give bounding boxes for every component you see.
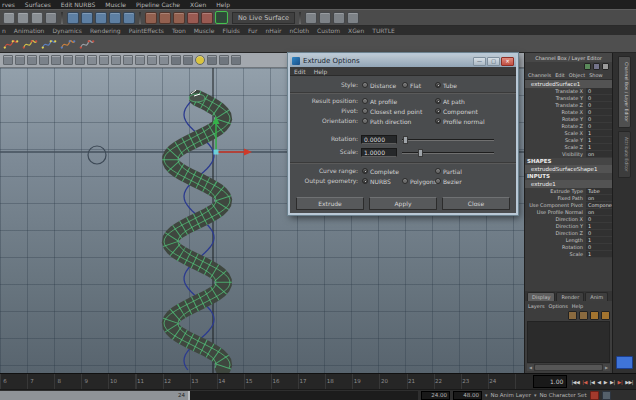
menu-pipeline-cache[interactable]: Pipeline Cache <box>136 1 180 8</box>
frame-23[interactable]: 23 <box>462 378 469 384</box>
time-slider-ticks[interactable]: 6789101112131415161718192021222324 <box>0 374 530 389</box>
frame-19[interactable]: 19 <box>354 378 361 384</box>
channel-value[interactable]: 0 <box>586 95 612 102</box>
frame-17[interactable]: 17 <box>300 378 307 384</box>
step-back-frame-button[interactable]: |◀ <box>589 377 596 387</box>
radio-button[interactable] <box>402 178 408 184</box>
highlighted-panel-button[interactable] <box>616 356 633 369</box>
slider-thumb[interactable] <box>403 136 408 144</box>
radio-complete[interactable]: Complete <box>362 166 399 176</box>
radio-button[interactable] <box>362 82 368 88</box>
construction-history-icon[interactable] <box>173 12 185 24</box>
radio-path-direction[interactable]: Path direction <box>362 116 411 126</box>
lock-camera-icon[interactable] <box>15 55 25 65</box>
play-forwards-button[interactable]: ▶ <box>603 377 608 387</box>
shelf-tab-dynamics[interactable]: Dynamics <box>52 27 82 34</box>
channel-value[interactable]: on <box>586 195 612 202</box>
radio-polygons[interactable]: Polygons <box>402 176 437 186</box>
channel-value[interactable]: 1 <box>586 251 612 258</box>
rotation-slider[interactable] <box>402 139 494 141</box>
slider-thumb[interactable] <box>418 149 423 157</box>
selected-object-name[interactable]: extrudedSurface1 <box>525 80 612 88</box>
shelf-tab-xgen[interactable]: XGen <box>348 27 364 34</box>
shelf-tab-fluids[interactable]: Fluids <box>222 27 240 34</box>
shelf-tab-turtle[interactable]: TURTLE <box>372 27 395 34</box>
play-backwards-button[interactable]: ◀ <box>596 377 601 387</box>
resolution-gate-icon[interactable] <box>111 55 121 65</box>
new-layer-from-selected-icon[interactable] <box>601 311 610 320</box>
channel-box-toggle-icon[interactable] <box>347 12 359 24</box>
close-dialog-button[interactable]: Close <box>442 197 510 210</box>
2d-pan-zoom-icon[interactable] <box>63 55 73 65</box>
radio-flat[interactable]: Flat <box>402 80 421 90</box>
ep-curve-tool-icon[interactable] <box>22 36 38 52</box>
radio-tube[interactable]: Tube <box>435 80 457 90</box>
channel-value[interactable]: 1 <box>586 144 612 151</box>
animation-preferences-icon[interactable] <box>602 391 611 400</box>
radio-nurbs[interactable]: NURBS <box>362 176 391 186</box>
snap-to-view-planes-icon[interactable] <box>123 12 135 24</box>
layer-visibility-icon[interactable] <box>579 311 588 320</box>
safe-action-icon[interactable] <box>147 55 157 65</box>
gate-mask-icon[interactable] <box>123 55 133 65</box>
go-to-end-button[interactable]: ▶▶| <box>624 377 634 387</box>
shelf-tab-animation[interactable]: Animation <box>14 27 45 34</box>
radio-bezier[interactable]: Bezier <box>435 176 462 186</box>
minimize-button[interactable]: — <box>473 57 486 66</box>
shelf-tab-muscle[interactable]: Muscle <box>194 27 215 34</box>
frame-15[interactable]: 15 <box>245 378 252 384</box>
tab-channel-box[interactable]: Channel Box / Layer Editor <box>618 56 631 128</box>
maximize-button[interactable]: □ <box>487 57 500 66</box>
radio-button[interactable] <box>402 82 408 88</box>
frame-12[interactable]: 12 <box>164 378 171 384</box>
frame-18[interactable]: 18 <box>327 378 334 384</box>
layer-tab-anim[interactable]: Anim <box>585 292 608 301</box>
menu-xgen[interactable]: XGen <box>190 1 206 8</box>
scroll-right-icon[interactable]: ▶ <box>603 364 610 371</box>
channel-value[interactable]: 0 <box>586 123 612 130</box>
menu-rves[interactable]: rves <box>2 1 15 8</box>
channel-value[interactable]: 0 <box>586 116 612 123</box>
shape-node-name[interactable]: extrudedSurfaceShape1 <box>525 165 612 173</box>
channel-value[interactable]: Tube <box>586 188 612 195</box>
profile-circle-curve[interactable] <box>88 146 106 164</box>
frame-11[interactable]: 11 <box>137 378 144 384</box>
channel-value[interactable]: on <box>586 151 612 158</box>
file-new-icon[interactable] <box>3 12 15 24</box>
new-empty-layer-icon[interactable] <box>590 311 599 320</box>
layer-tab-render[interactable]: Render <box>556 292 584 301</box>
frame-16[interactable]: 16 <box>273 378 280 384</box>
scroll-left-icon[interactable]: ◀ <box>527 364 534 371</box>
layer-menu-help[interactable]: Help <box>572 303 583 309</box>
radio-at-path[interactable]: At path <box>435 96 465 106</box>
radio-profile-normal[interactable]: Profile normal <box>435 116 485 126</box>
frame-7[interactable]: 7 <box>30 378 34 384</box>
snap-to-grids-icon[interactable] <box>67 12 79 24</box>
range-slider-handle[interactable]: 24 <box>0 391 190 400</box>
smooth-shade-icon[interactable] <box>183 55 193 65</box>
image-plane-icon[interactable] <box>51 55 61 65</box>
channel-value[interactable]: 1 <box>586 237 612 244</box>
scrollbar-thumb[interactable] <box>535 365 602 370</box>
snap-to-points-icon[interactable] <box>95 12 107 24</box>
menu-help[interactable]: Help <box>314 68 328 75</box>
dialog-title-bar[interactable]: Extrude Options — □ ✕ <box>290 55 516 67</box>
shadows-icon[interactable] <box>219 55 229 65</box>
frame-9[interactable]: 9 <box>85 378 89 384</box>
channel-value[interactable]: 1 <box>586 137 612 144</box>
channel-value[interactable]: on <box>586 209 612 216</box>
wireframe-mode-icon[interactable] <box>171 55 181 65</box>
radio-button[interactable] <box>362 118 368 124</box>
radio-button[interactable] <box>435 108 441 114</box>
layer-tab-display[interactable]: Display <box>527 292 555 301</box>
xray-icon[interactable] <box>231 55 241 65</box>
radio-button[interactable] <box>435 178 441 184</box>
textured-mode-icon[interactable] <box>207 55 217 65</box>
animation-end-field[interactable]: 48.00 <box>453 391 482 400</box>
channel-value[interactable]: 1 <box>586 223 612 230</box>
tab-attribute-editor[interactable]: Attribute Editor <box>618 131 631 178</box>
tool-settings-toggle-icon[interactable] <box>333 12 345 24</box>
grid-toggle-icon[interactable] <box>87 55 97 65</box>
file-save-icon[interactable] <box>31 12 43 24</box>
shelf-tab-n[interactable]: n <box>2 27 6 34</box>
